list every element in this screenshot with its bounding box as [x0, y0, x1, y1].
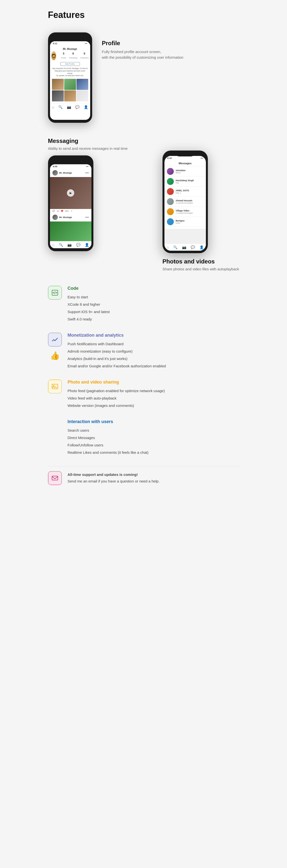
mnav-profile-icon[interactable]: 👤 — [200, 245, 204, 249]
monetization-feature-list: Push Notifications with Dashboard Admob … — [68, 340, 166, 370]
photo-sharing-item-1: Video feed with auto-playback — [68, 395, 165, 402]
code-icon-box — [48, 286, 62, 300]
messages-spacer — [165, 229, 206, 244]
video-post-content: Mr. Mustage ••• ▶ 💬 23 ❤️ 693 ↗ — [50, 169, 92, 241]
message-item-ariel[interactable]: ARIEL SOTO Hey :) — [165, 187, 206, 197]
monetization-icons-stack: 👍 — [48, 333, 62, 360]
profile-stats: 5 Posts 8 Following 9 Followers — [61, 52, 88, 59]
monetization-icon-box — [48, 333, 62, 346]
msg-preview-sim: demo — [176, 172, 204, 174]
monetization-item-2: Analytics (build-in and it's just works) — [68, 355, 166, 363]
comment-icon[interactable]: 💬 — [52, 210, 55, 212]
messages-status-time: 6:10 — [168, 157, 172, 159]
interaction-item-3: Realtime Likes and comments (it feels li… — [68, 449, 148, 456]
svg-rect-3 — [52, 476, 58, 480]
messages-status-icons: ▪▪▪ — [201, 157, 203, 159]
post-avatar-2 — [52, 215, 58, 220]
photo-grid — [52, 79, 88, 101]
message-item-village[interactable]: Village Video 1 unread messages — [165, 207, 206, 217]
post-menu-2[interactable]: ••• — [85, 215, 89, 219]
messaging-section-desc: Ability to send and receive messages in … — [48, 146, 239, 151]
nav-profile-icon[interactable]: 👤 — [84, 105, 88, 109]
photo-cell-3 — [76, 79, 88, 90]
post-video-thumbnail: ▶ — [50, 177, 92, 209]
stat-followers: 9 Followers — [80, 52, 88, 59]
monetization-feature-content: Monetization and analytics Push Notifica… — [68, 333, 166, 370]
vnav-search-icon[interactable]: 🔍 — [59, 243, 63, 247]
photos-section-desc: Share photos and video files with autopl… — [163, 267, 239, 271]
photo-icon-box — [48, 380, 62, 393]
stat-following-num: 8 — [69, 52, 77, 55]
profile-header-info: 🧔 5 Posts 8 Following 9 — [52, 51, 88, 60]
stat-posts-label: Posts — [61, 57, 66, 59]
code-item-2: Support iOS 9+ and latest — [68, 308, 110, 315]
photo-icon — [51, 383, 58, 390]
mnav-camera-icon[interactable]: 📷 — [182, 245, 186, 249]
photo-cell-1 — [52, 79, 64, 90]
messages-phone-screen: 6:10 ▪▪▪ Messages simulator demo — [165, 156, 206, 251]
heart-icon[interactable]: ❤️ — [61, 210, 63, 212]
vnav-profile-icon[interactable]: 👤 — [85, 243, 89, 247]
message-item-benigno[interactable]: Benigno hello! — [165, 217, 206, 227]
edit-profile-button[interactable]: Edit Profile — [60, 62, 80, 66]
message-item-simulator[interactable]: simulator demo — [165, 166, 206, 177]
msg-preview-ariel: Hey :) — [176, 192, 204, 194]
interaction-feature-title: Interaction with users — [68, 419, 148, 424]
profile-section-desc: Fully finished profile account screen,wi… — [102, 49, 239, 60]
email-icon — [51, 475, 58, 482]
code-feature-title: Code — [68, 286, 110, 291]
post-actions-1: 💬 23 ❤️ 693 ↗ — [50, 209, 92, 213]
vnav-camera-icon[interactable]: 📷 — [67, 243, 72, 247]
msg-name-ahmed: Ahmed Hussain — [176, 199, 204, 202]
video-status-icons: ▪▪▪ — [86, 165, 88, 168]
post-menu-1[interactable]: ••• — [85, 171, 89, 175]
msg-avatar-village — [167, 208, 174, 215]
comment-count: 23 — [57, 210, 59, 212]
message-item-harshdeep[interactable]: Harshdeep Singh hey — [165, 177, 206, 187]
mnav-chat-icon[interactable]: 💬 — [191, 245, 195, 249]
support-line1-text: All-time support and updates is coming! — [68, 472, 138, 476]
monetization-feature-title: Monetization and analytics — [68, 333, 166, 338]
post-avatar-1 — [52, 170, 58, 176]
page-container: Features 6:11 ▪▪▪ Mr. Mustage 🧔 5 P — [33, 0, 254, 505]
profile-section: 6:11 ▪▪▪ Mr. Mustage 🧔 5 Posts 8 — [48, 32, 239, 123]
messaging-section-wrapper: Messaging Ability to send and receive me… — [48, 137, 239, 271]
video-phone-screen: 6:09 ▪▪▪ Mr. Mustage ••• ▶ — [50, 164, 92, 248]
msg-info-ahmed: Ahmed Hussain 3 unread messages — [176, 199, 204, 204]
stat-followers-num: 9 — [80, 52, 88, 55]
msg-info-ariel: ARIEL SOTO Hey :) — [176, 189, 204, 194]
vnav-home-icon[interactable]: ⌂ — [52, 243, 54, 247]
profile-bottom-nav: ⌂ 🔍 📷 💬 👤 — [50, 103, 90, 111]
mnav-search-icon[interactable]: 🔍 — [173, 245, 177, 249]
share-icon[interactable]: ↗ — [71, 210, 72, 212]
support-feature-content: All-time support and updates is coming! … — [68, 471, 159, 485]
msg-avatar-benigno — [167, 218, 174, 225]
profile-status-bar: 6:11 ▪▪▪ — [50, 41, 90, 46]
code-item-0: Easy to start — [68, 293, 110, 301]
features-section: Code Easy to start XCode 8 and higher Su… — [48, 286, 239, 485]
post-user-1: Mr. Mustage — [52, 170, 72, 176]
mnav-home-icon[interactable]: ⌂ — [167, 245, 169, 249]
stat-following: 8 Following — [69, 52, 77, 59]
profile-status-time: 6:11 — [53, 42, 57, 45]
nav-camera-icon[interactable]: 📷 — [67, 105, 71, 109]
msg-name-sim: simulator — [176, 169, 204, 172]
photo-cell-4 — [52, 90, 64, 101]
monetization-item-3: Email and/or Google and/or Facebook auth… — [68, 363, 166, 370]
nav-chat-icon[interactable]: 💬 — [75, 105, 79, 109]
photo-cell-2 — [64, 79, 76, 90]
message-item-ahmed[interactable]: Ahmed Hussain 3 unread messages — [165, 197, 206, 207]
photo-sharing-item-2: Website version (images and comments) — [68, 402, 165, 409]
profile-phone-mockup: 6:11 ▪▪▪ Mr. Mustage 🧔 5 Posts 8 — [48, 32, 92, 123]
nav-home-icon[interactable]: ⌂ — [52, 105, 54, 109]
vnav-chat-icon[interactable]: 💬 — [76, 243, 80, 247]
interaction-icon-placeholder — [48, 419, 62, 433]
profile-status-icons: ▪▪▪ — [85, 42, 87, 45]
support-feature-block: All-time support and updates is coming! … — [48, 471, 239, 485]
nav-search-icon[interactable]: 🔍 — [58, 105, 63, 109]
play-button-icon[interactable]: ▶ — [67, 189, 74, 197]
second-post-image — [50, 221, 92, 241]
photo-sharing-item-0: Photo feed (pagination enabled for optim… — [68, 387, 165, 395]
post-username-2: Mr. Mustage — [59, 216, 72, 219]
video-status-bar: 6:09 ▪▪▪ — [50, 164, 92, 169]
